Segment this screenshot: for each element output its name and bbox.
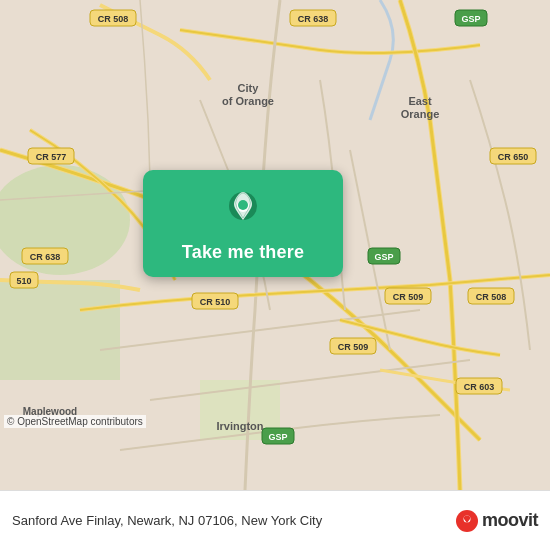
take-me-there-label: Take me there [182,242,304,263]
svg-text:East: East [408,95,432,107]
svg-text:CR 508: CR 508 [98,14,129,24]
attribution-text: © OpenStreetMap contributors [7,416,143,427]
take-me-there-button[interactable]: Take me there [143,170,343,277]
svg-text:City: City [238,82,260,94]
svg-text:CR 650: CR 650 [498,152,529,162]
svg-text:CR 509: CR 509 [393,292,424,302]
svg-text:of Orange: of Orange [222,95,274,107]
svg-text:CR 638: CR 638 [30,252,61,262]
moovit-logo: moovit [456,510,538,532]
svg-text:GSP: GSP [461,14,480,24]
svg-text:CR 509: CR 509 [338,342,369,352]
svg-text:Irvington: Irvington [216,420,263,432]
moovit-logo-text: moovit [482,510,538,531]
svg-text:CR 510: CR 510 [200,297,231,307]
svg-text:CR 603: CR 603 [464,382,495,392]
svg-point-42 [465,517,469,521]
svg-text:CR 508: CR 508 [476,292,507,302]
location-text: Sanford Ave Finlay, Newark, NJ 07106, Ne… [12,513,456,528]
svg-text:CR 638: CR 638 [298,14,329,24]
svg-text:CR 577: CR 577 [36,152,67,162]
svg-point-40 [238,200,248,210]
bottom-bar: Sanford Ave Finlay, Newark, NJ 07106, Ne… [0,490,550,550]
map-attribution: © OpenStreetMap contributors [4,415,146,428]
svg-text:510: 510 [16,276,31,286]
svg-text:Orange: Orange [401,108,440,120]
svg-text:GSP: GSP [374,252,393,262]
svg-text:GSP: GSP [268,432,287,442]
location-pin-icon [221,188,265,232]
map-container: CR 638 GSP CR 508 CR 577 CR 638 510 CR 5… [0,0,550,490]
moovit-logo-icon [456,510,478,532]
svg-rect-2 [0,280,120,380]
